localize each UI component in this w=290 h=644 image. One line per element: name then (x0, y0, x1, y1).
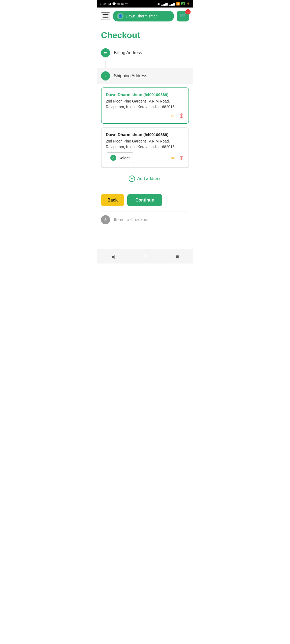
address-card-2: Dawn Dharmishtan (9400109889) 2nd Floor,… (101, 127, 189, 168)
page-title-section: Checkout (97, 25, 193, 45)
add-address-button[interactable]: + Add address (101, 172, 189, 186)
address-1-text: 2nd Floor, Pine Gardens, V.R.M Road, Rav… (106, 98, 184, 110)
step-1-billing: ✏ Billing Address (97, 45, 193, 61)
address-2-text: 2nd Floor, Pine Gardens, V.R.M Road, Rav… (106, 138, 184, 150)
select-button-label: Select (118, 156, 130, 160)
action-buttons: Back Continue (97, 189, 193, 211)
message-icon: ✉ (117, 2, 120, 6)
add-address-label: Add address (137, 176, 161, 181)
step-3-section: 3 Items to Checkout (97, 211, 193, 228)
step-3-number: 3 (104, 218, 107, 222)
step-3-label: Items to Checkout (114, 217, 148, 222)
whatsapp-icon: 💬 (112, 2, 116, 6)
home-nav-button[interactable]: ○ (137, 251, 153, 262)
signal-icon: ▂▄▆ (161, 2, 168, 6)
more-icon: ••• (125, 2, 128, 5)
header: 👤 Dawn Dharmishtan 🛒 1 (97, 8, 193, 25)
wifi-icon: 📶 (176, 2, 180, 6)
time-display: 1:19 PM (100, 2, 111, 5)
address-1-actions: ✏ 🗑 (106, 112, 184, 119)
address-2-actions: ✓ Select ✏ 🗑 (106, 152, 184, 163)
address-card-1: Dawn Dharmishtan (9400109889) 2nd Floor,… (101, 87, 189, 124)
signal2-icon: ▂▄▆ (169, 2, 175, 6)
address-2-delete-button[interactable]: 🗑 (179, 155, 184, 161)
hamburger-line-2 (103, 16, 108, 17)
continue-button[interactable]: Continue (127, 194, 162, 206)
step-1-circle: ✏ (101, 48, 110, 57)
user-name-label: Dawn Dharmishtan (126, 14, 158, 18)
menu-button[interactable] (101, 12, 110, 20)
back-nav-button[interactable]: ◄ (105, 251, 121, 262)
address-section: Dawn Dharmishtan (9400109889) 2nd Floor,… (97, 84, 193, 189)
add-icon: + (129, 175, 135, 182)
user-button[interactable]: 👤 Dawn Dharmishtan (113, 11, 174, 21)
user-avatar-icon: 👤 (117, 13, 124, 19)
step-1-label: Billing Address (114, 50, 142, 55)
select-check-icon: ✓ (110, 155, 116, 161)
address-1-edit-button[interactable]: ✏ (171, 112, 176, 119)
hamburger-line-3 (103, 17, 108, 18)
step-2-number: 2 (104, 74, 107, 78)
address-2-select-button[interactable]: ✓ Select (106, 152, 134, 163)
notification-icon: ◎ (121, 2, 124, 6)
step-2-shipping: 2 Shipping Address (97, 68, 193, 84)
cart-badge: 1 (185, 9, 191, 14)
step-connector-1 (106, 61, 106, 68)
bluetooth-icon: ◉ (157, 2, 160, 6)
hamburger-line-1 (103, 14, 108, 15)
charging-icon: ⚡ (186, 2, 190, 6)
address-2-edit-button[interactable]: ✏ (171, 155, 176, 161)
address-1-delete-button[interactable]: 🗑 (179, 113, 184, 119)
status-bar: 1:19 PM 💬 ✉ ◎ ••• ◉ ▂▄▆ ▂▄▆ 📶 95 ⚡ (97, 0, 193, 8)
nav-bar: ◄ ○ ■ (97, 250, 193, 264)
step-2-label: Shipping Address (114, 74, 147, 78)
address-2-name: Dawn Dharmishtan (9400109889) (106, 132, 184, 137)
status-left: 1:19 PM 💬 ✉ ◎ ••• (100, 2, 128, 6)
edit-icon: ✏ (104, 51, 107, 55)
step-2-circle: 2 (101, 71, 110, 80)
status-right: ◉ ▂▄▆ ▂▄▆ 📶 95 ⚡ (157, 2, 190, 6)
cart-wrapper: 🛒 1 (177, 11, 189, 21)
recents-nav-button[interactable]: ■ (169, 251, 185, 262)
back-button[interactable]: Back (101, 194, 124, 206)
page-title: Checkout (101, 30, 189, 40)
address-1-name: Dawn Dharmishtan (9400109889) (106, 92, 184, 97)
battery-display: 95 (181, 2, 185, 5)
step-3-circle: 3 (101, 215, 110, 224)
